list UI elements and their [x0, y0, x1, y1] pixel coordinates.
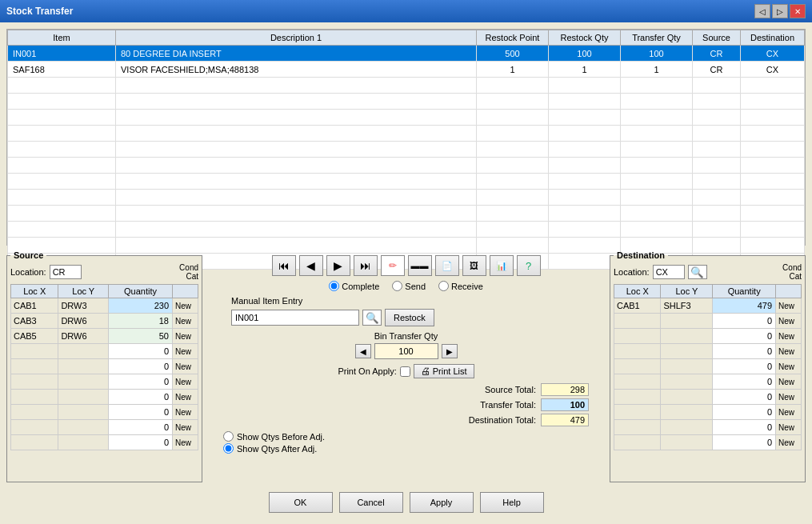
radio-send-label[interactable]: Send — [392, 281, 426, 291]
radio-receive[interactable] — [438, 281, 449, 291]
radio-show-before[interactable] — [223, 431, 234, 442]
table-row[interactable]: IN001 80 DEGREE DIA INSERT 500 100 100 C… — [8, 46, 805, 62]
footer-buttons: OK Cancel Apply Help — [6, 487, 806, 518]
radio-receive-label[interactable]: Receive — [438, 281, 483, 291]
dest-bin-row[interactable]: 0 New — [614, 374, 802, 390]
chart-btn[interactable]: 📊 — [490, 255, 514, 276]
dest-bin-row[interactable]: 0 New — [614, 420, 802, 435]
show-after-label[interactable]: Show Qtys After Adj. — [223, 443, 325, 454]
document-btn[interactable]: 📄 — [435, 255, 459, 276]
edit-btn[interactable]: ✏ — [381, 255, 405, 276]
dst-cond: New — [776, 435, 802, 450]
source-bin-row[interactable]: 0 New — [11, 435, 198, 450]
source-bin-row[interactable]: 0 New — [11, 390, 198, 405]
window-controls: ◁ ▷ ✕ — [754, 4, 806, 18]
dest-legend: Destination — [614, 250, 668, 260]
dst-cond: New — [776, 344, 802, 359]
src-qty: 50 — [109, 329, 173, 344]
image-btn[interactable]: 🖼 — [462, 255, 486, 276]
radio-show-after[interactable] — [223, 443, 234, 454]
restock-btn[interactable]: Restock — [385, 309, 434, 326]
bin-transfer-section: Bin Transfer Qty ◀ ▶ — [355, 331, 458, 359]
bin-qty-input[interactable] — [374, 343, 438, 359]
col-transfer-qty: Transfer Qty — [621, 30, 693, 46]
source-location-input[interactable] — [50, 265, 82, 279]
forward-button[interactable]: ▷ — [772, 4, 788, 18]
radio-complete-label[interactable]: Complete — [329, 281, 379, 291]
help-button[interactable]: Help — [480, 492, 544, 513]
last-btn[interactable]: ⏭ — [354, 255, 378, 276]
source-bin-row[interactable]: CAB5 DRW6 50 New — [11, 329, 198, 344]
cell-destination: CX — [741, 62, 805, 78]
src-cond: New — [173, 374, 198, 390]
dest-bin-row[interactable]: 0 New — [614, 390, 802, 405]
dest-bin-row[interactable]: 0 New — [614, 359, 802, 374]
transfer-total-row: Transfer Total: — [448, 398, 589, 411]
cell-item: IN001 — [8, 46, 116, 62]
bin-prev-btn[interactable]: ◀ — [355, 344, 371, 358]
table-row-empty — [8, 126, 805, 142]
dest-location-input[interactable] — [653, 265, 685, 279]
next-btn[interactable]: ▶ — [326, 255, 350, 276]
item-entry-input[interactable] — [231, 310, 359, 326]
dest-bin-row[interactable]: 0 New — [614, 435, 802, 450]
src-cond: New — [173, 390, 198, 405]
dest-bin-row[interactable]: CAB1 SHLF3 479 New — [614, 298, 802, 314]
table-row-empty — [8, 222, 805, 238]
print-list-btn[interactable]: 🖨 Print List — [414, 364, 474, 378]
source-bin-row[interactable]: 0 New — [11, 344, 198, 359]
dest-bin-row[interactable]: 0 New — [614, 314, 802, 329]
print-on-apply-label: Print On Apply: — [338, 366, 396, 376]
barcode-btn[interactable]: ▬▬ — [408, 255, 432, 276]
dst-qty: 479 — [713, 298, 776, 314]
cell-restock-qty: 100 — [549, 46, 621, 62]
source-location-row: Location: CondCat — [10, 263, 198, 281]
source-cond-cat-label: CondCat — [179, 263, 198, 281]
cancel-button[interactable]: Cancel — [339, 492, 403, 513]
dest-search-btn[interactable]: 🔍 — [688, 265, 707, 279]
dst-locy — [661, 435, 713, 450]
table-row-empty — [8, 142, 805, 158]
dst-col-qty: Quantity — [713, 285, 776, 298]
src-locx — [11, 405, 58, 420]
show-before-label[interactable]: Show Qtys Before Adj. — [223, 431, 325, 442]
dest-bin-row[interactable]: 0 New — [614, 329, 802, 344]
close-button[interactable]: ✕ — [790, 4, 806, 18]
cell-transfer-qty: 100 — [621, 46, 693, 62]
source-bin-row[interactable]: CAB3 DRW6 18 New — [11, 314, 198, 329]
source-total-label: Source Total: — [448, 385, 536, 394]
radio-send[interactable] — [392, 281, 402, 291]
bin-next-btn[interactable]: ▶ — [442, 344, 458, 358]
dest-bin-row[interactable]: 0 New — [614, 405, 802, 420]
source-panel: Source Location: CondCat Loc X Loc Y Qua… — [6, 250, 202, 482]
source-bin-row[interactable]: 0 New — [11, 405, 198, 420]
src-locx — [11, 420, 58, 435]
source-bin-row[interactable]: CAB1 DRW3 230 New — [11, 298, 198, 314]
dst-cond: New — [776, 359, 802, 374]
dst-cond: New — [776, 420, 802, 435]
source-bin-row[interactable]: 0 New — [11, 420, 198, 435]
table-row[interactable]: SAF168 VISOR FACESHIELD;MSA;488138 1 1 1… — [8, 62, 805, 78]
item-search-btn[interactable]: 🔍 — [362, 310, 382, 326]
src-locy: DRW6 — [58, 314, 109, 329]
back-button[interactable]: ◁ — [754, 4, 770, 18]
dst-locx — [614, 344, 661, 359]
source-bin-row[interactable]: 0 New — [11, 359, 198, 374]
src-cond: New — [173, 420, 198, 435]
print-checkbox[interactable] — [400, 366, 410, 377]
dst-locx — [614, 420, 661, 435]
ok-button[interactable]: OK — [269, 492, 333, 513]
help-icon-btn[interactable]: ? — [517, 255, 541, 276]
apply-button[interactable]: Apply — [410, 492, 474, 513]
radio-complete[interactable] — [329, 281, 339, 291]
first-btn[interactable]: ⏮ — [272, 255, 296, 276]
dst-locx — [614, 359, 661, 374]
prev-btn[interactable]: ◀ — [299, 255, 323, 276]
dest-bin-row[interactable]: 0 New — [614, 344, 802, 359]
dst-qty: 0 — [713, 374, 776, 390]
dst-qty: 0 — [713, 405, 776, 420]
dst-locx — [614, 329, 661, 344]
source-bin-row[interactable]: 0 New — [11, 374, 198, 390]
col-desc: Description 1 — [116, 30, 477, 46]
src-qty: 0 — [109, 420, 173, 435]
